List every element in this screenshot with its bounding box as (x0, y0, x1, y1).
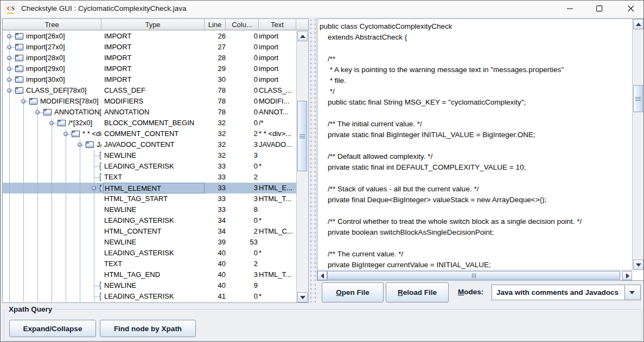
type-cell: CLASS_DEF (103, 85, 205, 96)
type-cell: NEWLINE (103, 280, 205, 291)
scroll-up-button[interactable] (297, 31, 308, 41)
code-vertical-scrollbar[interactable] (632, 19, 643, 270)
table-row[interactable]: HTML_ELEMENTHTML_ELEMENT333HTML_E... (3, 183, 296, 193)
table-row[interactable]: ANNOTATION[78x0]ANNOTATION780ANNOT... (3, 107, 296, 118)
table-row[interactable]: HTML_TAG_STARTHTML_TAG_START333HTML_T... (3, 193, 296, 204)
tree-guide-line (23, 291, 24, 302)
text-cell: import (259, 31, 296, 42)
open-file-button[interactable]: Open File (322, 282, 384, 302)
split-pane-divider[interactable] (309, 18, 316, 303)
tree-guide-line (52, 248, 52, 259)
arrow-up-icon (636, 23, 641, 26)
table-row[interactable]: NEWLINENEWLINE323 (3, 150, 296, 161)
table-scrollbar-thumb[interactable] (297, 101, 307, 171)
tree-guide-line (23, 248, 24, 259)
column-header-tree[interactable]: Tree (3, 19, 101, 30)
tree-guide-line (80, 150, 80, 161)
line-cell: 33 (205, 161, 226, 172)
table-row[interactable]: MODIFIERS[78x0]MODIFIERS780MODIFI... (3, 96, 296, 107)
table-row[interactable]: LEADING_ASTERISKLEADING_ASTERISK340* (3, 215, 296, 226)
table-vertical-scrollbar[interactable] (296, 31, 308, 302)
table-row[interactable]: CLASS_DEF[78x0]CLASS_DEF780CLASS_... (3, 85, 296, 96)
find-node-by-xpath-button[interactable]: Find node by Xpath (100, 320, 196, 337)
tree-guide-line (23, 172, 24, 183)
tree-expand-handle-collapsed[interactable] (7, 67, 11, 71)
tree-expand-handle-collapsed[interactable] (7, 34, 11, 38)
minimize-button[interactable] (558, 1, 583, 17)
tree-expand-handle-collapsed[interactable] (7, 56, 11, 60)
tree-guide-line (23, 226, 24, 237)
tree-guide-line (23, 139, 24, 150)
folder-icon (100, 185, 101, 191)
scroll-down-button[interactable] (297, 292, 308, 302)
table-row[interactable]: import[28x0]IMPORT280import (3, 53, 296, 63)
tree-guide-line (23, 193, 24, 204)
table-row[interactable]: TEXTTEXT332 (3, 172, 296, 183)
scroll-down-button[interactable] (633, 260, 643, 270)
combobox-arrow-button[interactable] (624, 285, 640, 300)
folder-icon (86, 141, 94, 148)
tree-expand-handle-expanded[interactable] (7, 88, 11, 93)
table-row[interactable]: import[27x0]IMPORT270import (3, 42, 296, 53)
table-row[interactable]: LEADING_ASTERISKLEADING_ASTERISK410* (3, 291, 296, 302)
tree-expand-handle-expanded[interactable] (63, 132, 68, 136)
expand-collapse-button[interactable]: Expand/Collapse (9, 320, 96, 337)
tree-guide-line (94, 248, 94, 259)
text-cell: /* (259, 118, 296, 128)
column-header-column[interactable]: Colu... (226, 19, 259, 30)
code-scrollbar-thumb[interactable] (633, 85, 643, 112)
tree-cell: TEXT (3, 259, 101, 269)
table-row[interactable]: * * <div>COMMENT_CONTENT322* * <div>... (3, 128, 296, 139)
code-line: private static final int DEFAULT_COMPLEX… (320, 162, 632, 173)
reload-file-button[interactable]: Reload File (386, 282, 449, 302)
table-row[interactable]: /*[32x0]BLOCK_COMMENT_BEGIN320/* (3, 118, 296, 128)
table-row[interactable]: NEWLINENEWLINE409 (3, 280, 296, 291)
tree-guide-line (9, 161, 10, 172)
table-row[interactable]: NEWLINENEWLINE338 (3, 204, 296, 215)
scroll-up-button[interactable] (633, 19, 643, 29)
tree-expand-handle-expanded[interactable] (21, 99, 25, 104)
table-row[interactable]: LEADING_ASTERISKLEADING_ASTERISK330* (3, 161, 296, 172)
maximize-button[interactable] (587, 1, 612, 17)
tree-expand-handle-expanded[interactable] (49, 121, 54, 125)
code-horizontal-scrollbar[interactable] (317, 270, 632, 280)
tree-expand-handle-collapsed[interactable] (7, 45, 11, 49)
column-header-text[interactable]: Text (259, 19, 296, 30)
close-button[interactable] (619, 1, 643, 17)
tree-guide-line (37, 118, 38, 128)
tree-expand-handle-expanded[interactable] (35, 110, 40, 114)
table-row[interactable]: HTML_CONTENTHTML_CONTENT342HTML_C... (3, 226, 296, 237)
tree-expand-handle-expanded[interactable] (78, 143, 82, 147)
xpath-panel-title: Xpath Query (6, 305, 55, 313)
tree-guide-line (80, 172, 80, 183)
code-hscrollbar-thumb[interactable] (327, 271, 620, 280)
table-row[interactable]: import[29x0]IMPORT290import (3, 63, 296, 74)
table-row[interactable]: HTML_TAG_ENDHTML_TAG_END403HTML_T... (3, 269, 296, 280)
tree-cell: LEADING_ASTERISK (3, 291, 101, 302)
scroll-right-button[interactable] (622, 271, 632, 280)
modes-combobox[interactable]: Java with comments and Javadocs (492, 285, 641, 300)
type-cell: IMPORT (103, 42, 205, 53)
text-cell (259, 172, 296, 183)
line-cell: 78 (205, 107, 226, 118)
table-row[interactable]: import[26x0]IMPORT260import (3, 31, 296, 42)
table-row[interactable]: JAVADOC_CONTENTJAVADOC_CONTENT323JAVADO.… (3, 139, 296, 150)
source-code-textarea[interactable]: public class CyclomaticComplexityCheck e… (318, 20, 632, 270)
tree-expand-handle-collapsed[interactable] (7, 78, 11, 82)
column-header-type[interactable]: Type (101, 19, 205, 30)
ast-tree-table: Tree Type Line Colu... Text import[26x0]… (2, 18, 309, 303)
code-line: private final Deque<BigInteger> valueSta… (320, 195, 632, 205)
tree-cell: import[30x0] (3, 74, 101, 85)
table-row[interactable]: LEADING_ASTERISKLEADING_ASTERISK400* (3, 248, 296, 259)
tree-guide-line (23, 215, 24, 226)
table-row[interactable]: import[30x0]IMPORT300import (3, 74, 296, 85)
column-cell: 53 (226, 237, 258, 248)
tree-expand-handle-expanded[interactable] (92, 186, 96, 190)
arrow-up-icon (300, 35, 305, 38)
table-row[interactable]: TEXTTEXT402 (3, 259, 296, 269)
scroll-left-button[interactable] (317, 271, 327, 280)
tree-guide-line (80, 161, 80, 172)
table-row[interactable]: NEWLINENEWLINE3953 (3, 237, 296, 248)
line-cell: 32 (205, 128, 226, 139)
column-header-line[interactable]: Line (205, 19, 226, 30)
